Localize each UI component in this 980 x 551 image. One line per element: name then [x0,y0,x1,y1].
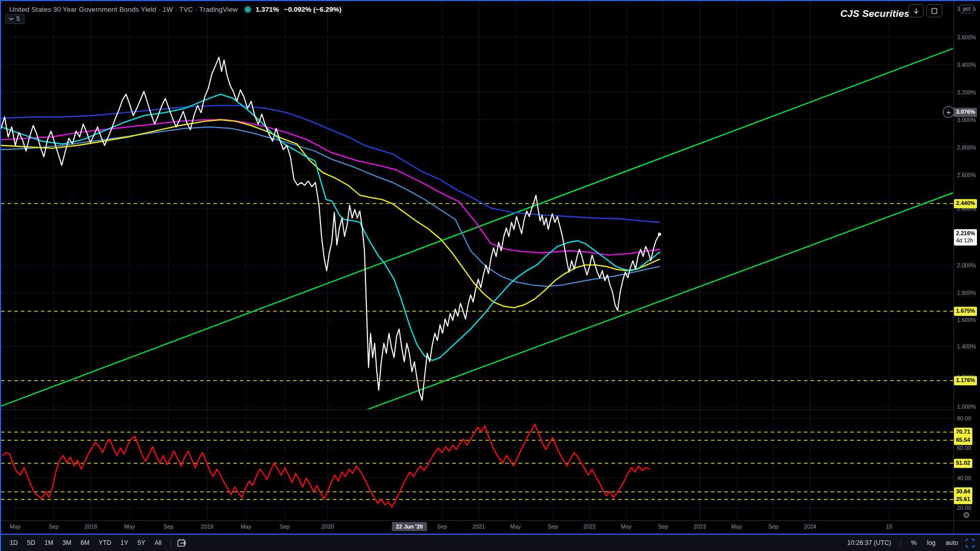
percent-scale-toggle[interactable]: pct [960,5,974,13]
axis-corner-box [953,520,980,534]
date-axis-label: May [241,523,252,530]
date-axis-label: May [510,523,521,530]
range-button-1m[interactable]: 1M [40,537,58,548]
scroll-to-recent-button[interactable] [908,4,924,17]
range-button-1y[interactable]: 1Y [116,537,133,548]
date-axis-label: May [621,523,632,530]
price-axis-label: 1.400% [957,343,976,349]
rsi-red[interactable] [3,424,649,508]
legend-collapsed-count: 5 [16,15,20,22]
price-axis-label: 2.000% [957,262,976,268]
price-axis-label: 3.000% [957,117,976,123]
date-axis-label: Sep [48,523,59,530]
date-axis-label: 2021 [473,523,485,530]
price-axis-label: 1.800% [957,290,976,296]
log-scale-button[interactable]: log [923,538,940,548]
range-button-ytd[interactable]: YTD [94,537,116,548]
anchor-date-badge: 22 Jun '20 [392,522,427,531]
clock-utc[interactable]: 10:26:37 (UTC) [847,539,891,546]
fullscreen-button[interactable] [926,4,942,17]
price-axis-label: 40.00 [957,475,971,481]
chart-legend-row: United States 30 Year Government Bonds Y… [9,4,341,14]
date-axis-label: Sep [658,523,668,530]
range-selector: 1D5D1M3M6MYTD1Y5YAll [5,537,166,548]
arrow-down-icon [913,8,919,14]
price-axis-label: 60.00 [957,445,971,451]
toolbar-right-group: 10:26:37 (UTC) % log auto [847,538,980,548]
market-status-dot [245,7,251,12]
date-axis-label: Sep [548,523,558,530]
price-axis-label: 80.00 [957,415,971,421]
price-axis-label: 1.600% [957,317,976,323]
tradingview-window: United States 30 Year Government Bonds Y… [0,0,980,551]
auto-scale-button[interactable]: auto [942,538,962,548]
chart-canvas[interactable] [1,1,953,520]
toolbar-divider [170,539,171,547]
price-axis-label: 3.600% [957,34,976,40]
level-value-badge: 25.61 [954,495,972,504]
go-to-date-icon [177,539,187,547]
price-level-badge: 3.076% [954,108,977,117]
symbol-title[interactable]: United States 30 Year Government Bonds Y… [9,6,238,13]
range-button-all[interactable]: All [150,537,166,548]
range-button-6m[interactable]: 6M [76,537,94,548]
date-axis-label: 15 [886,523,892,530]
date-axis-label: Sep [768,523,778,530]
ma-slow-blue[interactable] [1,106,659,222]
last-value: 1.371% [256,6,279,13]
level-value-badge: 2.440% [954,199,977,208]
chevron-down-icon [9,17,14,21]
date-axis-label: 2023 [694,523,706,530]
date-axis-label: May [10,523,21,530]
pane-settings-gear-icon[interactable]: ⚙ [963,510,970,520]
date-axis-label: 2022 [583,523,596,530]
date-axis-label: May [125,523,135,530]
fullscreen-icon [931,8,938,14]
range-button-1d[interactable]: 1D [5,537,22,548]
range-button-3m[interactable]: 3M [58,537,76,548]
price-axis-label: 1.000% [957,404,976,410]
date-axis-label: 2020 [322,523,334,530]
date-axis-label: Sep [163,523,174,530]
ma-skyblue[interactable] [1,127,659,287]
price-axis-label: 3.200% [957,89,976,95]
add-alert-plus-icon[interactable]: + [943,106,954,118]
date-axis[interactable]: MaySep2018MaySep2019MaySep2020Sep2021May… [1,520,953,534]
bottom-toolbar: 1D5D1M3M6MYTD1Y5YAll 10:26:37 (UTC) % lo… [1,534,980,551]
legend-collapse-button[interactable]: 5 [5,14,24,24]
dashed-corners-icon [965,538,975,548]
branding-watermark: CJS Securities [840,8,910,19]
last-price-dot [658,233,661,236]
level-value-badge: 65.54 [954,436,972,445]
percent-scale-button[interactable]: % [907,538,921,548]
date-axis-label: Sep [437,523,447,530]
value-change: −0.092% (−6.29%) [284,6,341,13]
toolbar-divider [900,539,901,547]
range-button-5y[interactable]: 5Y [133,537,150,548]
maximize-pane-button[interactable] [965,538,975,548]
price-axis-label: 2.600% [957,172,976,178]
ma-yellow[interactable] [1,120,659,308]
date-axis-label: May [731,523,742,530]
level-value-badge: 1.176% [954,376,977,385]
go-to-date-button[interactable] [177,539,187,547]
level-value-badge: 1.675% [954,307,977,316]
price-axis-label: 2.800% [957,144,976,151]
yield-main[interactable] [1,57,659,400]
price-axis-label: 3.400% [957,62,976,68]
channel-lower[interactable] [357,193,953,413]
date-axis-label: 2024 [804,523,816,530]
last-price-badge: 2.216%4d 12h [954,229,977,245]
date-axis-label: Sep [280,523,290,530]
range-button-5d[interactable]: 5D [22,537,40,548]
level-value-badge: 51.02 [954,459,972,468]
date-axis-label: 2018 [85,523,97,530]
date-axis-label: 2019 [201,523,213,530]
